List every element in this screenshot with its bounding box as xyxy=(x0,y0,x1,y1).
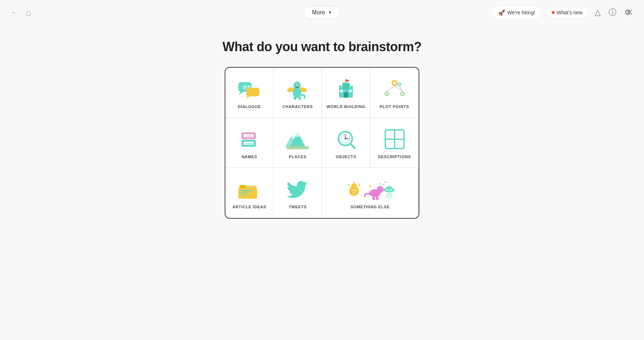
something-else-icon xyxy=(345,177,395,202)
svg-point-12 xyxy=(298,84,299,86)
svg-marker-4 xyxy=(238,92,244,96)
article-ideas-label: ARTICLE IDEAS xyxy=(233,205,267,209)
svg-marker-21 xyxy=(346,79,350,82)
svg-line-30 xyxy=(395,86,402,91)
home-icon[interactable]: ⌂ xyxy=(26,7,31,18)
more-label: More xyxy=(312,9,325,16)
grid-item-places[interactable]: PLACES xyxy=(274,118,322,168)
something-else-label: SOMETHING ELSE xyxy=(351,205,390,209)
grid-item-article-ideas[interactable]: ARTICLE IDEAS xyxy=(225,168,274,218)
svg-rect-62 xyxy=(241,195,247,196)
header-center: More ▼ xyxy=(304,6,340,19)
back-button[interactable]: ← xyxy=(11,8,19,17)
svg-point-72 xyxy=(355,190,356,191)
grid-item-dialogue[interactable]: @&! DIALOGUE xyxy=(225,68,274,118)
svg-point-82 xyxy=(385,189,387,190)
grid-item-world-building[interactable]: WORLD BUILDING xyxy=(322,68,370,118)
objects-icon xyxy=(333,127,358,152)
world-building-icon xyxy=(333,77,358,102)
svg-rect-60 xyxy=(241,190,252,191)
grid-item-objects[interactable]: OBJECTS xyxy=(322,118,370,168)
svg-rect-63 xyxy=(239,185,246,188)
svg-point-36 xyxy=(398,83,400,85)
svg-text:JOÃO: JOÃO xyxy=(245,134,253,137)
svg-point-87 xyxy=(379,183,380,185)
names-label: NAMES xyxy=(241,155,257,159)
main-content: What do you want to brainstorm? @&! DIAL… xyxy=(0,0,644,219)
notification-dot xyxy=(552,11,555,14)
descriptions-icon xyxy=(382,127,407,152)
svg-point-34 xyxy=(386,93,387,94)
svg-point-83 xyxy=(388,189,390,191)
svg-point-65 xyxy=(350,187,358,195)
objects-label: OBJECTS xyxy=(336,155,356,159)
grid-item-characters[interactable]: CHARACTERS xyxy=(274,68,322,118)
close-button[interactable]: ✕ xyxy=(626,8,633,18)
svg-rect-79 xyxy=(376,196,378,200)
svg-rect-61 xyxy=(241,193,250,194)
tweets-icon xyxy=(285,177,310,202)
svg-marker-85 xyxy=(385,192,393,198)
places-icon xyxy=(285,127,310,152)
rocket-icon: 🚀 xyxy=(498,9,505,16)
plot-points-label: PLOT POINTS xyxy=(380,105,409,109)
svg-point-33 xyxy=(393,82,396,84)
dialogue-icon: @&! xyxy=(237,77,262,102)
names-icon: JOÃO HAHA xyxy=(237,127,262,152)
world-building-label: WORLD BUILDING xyxy=(327,105,366,109)
dialogue-label: DIALOGUE xyxy=(238,105,261,109)
svg-line-68 xyxy=(348,184,349,185)
grid-item-plot-points[interactable]: PLOT POINTS xyxy=(370,68,419,118)
brainstorm-grid: @&! DIALOGUE xyxy=(225,67,419,219)
svg-rect-2 xyxy=(246,87,259,96)
svg-rect-14 xyxy=(299,97,301,100)
header: ← ⌂ More ▼ 🚀 We're hiring! What's new △ … xyxy=(0,0,644,25)
svg-line-67 xyxy=(358,184,360,185)
svg-point-86 xyxy=(369,185,371,187)
svg-rect-23 xyxy=(340,89,343,92)
help-button[interactable]: ⓘ xyxy=(607,5,618,20)
svg-point-6 xyxy=(293,82,301,89)
svg-point-35 xyxy=(401,93,403,94)
characters-label: CHARACTERS xyxy=(283,105,313,109)
grid-item-names[interactable]: JOÃO HAHA NAMES xyxy=(225,118,274,168)
svg-rect-16 xyxy=(339,85,342,89)
tweets-label: TWEETS xyxy=(289,205,307,209)
grid-item-something-else[interactable]: SOMETHING ELSE xyxy=(322,168,419,218)
svg-rect-78 xyxy=(372,196,375,200)
article-ideas-icon xyxy=(237,177,262,202)
svg-point-76 xyxy=(381,188,382,189)
hiring-button[interactable]: 🚀 We're hiring! xyxy=(492,6,541,19)
plot-points-icon xyxy=(382,77,407,102)
page-title: What do you want to brainstorm? xyxy=(223,39,421,54)
svg-marker-45 xyxy=(295,131,300,137)
characters-icon xyxy=(285,77,310,102)
svg-point-52 xyxy=(345,138,346,139)
svg-text:HAHA: HAHA xyxy=(245,142,254,145)
more-button[interactable]: More ▼ xyxy=(304,6,340,19)
descriptions-label: DESCRIPTIONS xyxy=(378,155,411,159)
svg-rect-22 xyxy=(344,92,348,97)
header-right: 🚀 We're hiring! What's new △ ⓘ ⚙ ✕ xyxy=(492,5,633,20)
svg-line-29 xyxy=(387,86,395,91)
bell-button[interactable]: △ xyxy=(593,6,602,19)
svg-line-53 xyxy=(351,144,355,148)
grid-item-descriptions[interactable]: DESCRIPTIONS xyxy=(370,118,419,168)
whats-new-label: What's new xyxy=(557,10,582,15)
whats-new-button[interactable]: What's new xyxy=(546,7,589,18)
hiring-label: We're hiring! xyxy=(507,10,535,15)
svg-point-71 xyxy=(352,190,353,191)
svg-rect-46 xyxy=(287,146,308,149)
svg-point-74 xyxy=(377,186,384,193)
places-label: PLACES xyxy=(289,155,306,159)
svg-rect-19 xyxy=(342,83,350,89)
svg-rect-24 xyxy=(349,89,352,92)
header-left: ← ⌂ xyxy=(11,7,31,18)
svg-rect-13 xyxy=(294,97,296,100)
svg-point-84 xyxy=(390,189,392,190)
svg-point-11 xyxy=(295,84,296,86)
svg-rect-18 xyxy=(350,85,353,89)
grid-item-tweets[interactable]: TWEETS xyxy=(274,168,322,218)
svg-rect-70 xyxy=(351,184,356,187)
chevron-down-icon: ▼ xyxy=(328,10,332,15)
